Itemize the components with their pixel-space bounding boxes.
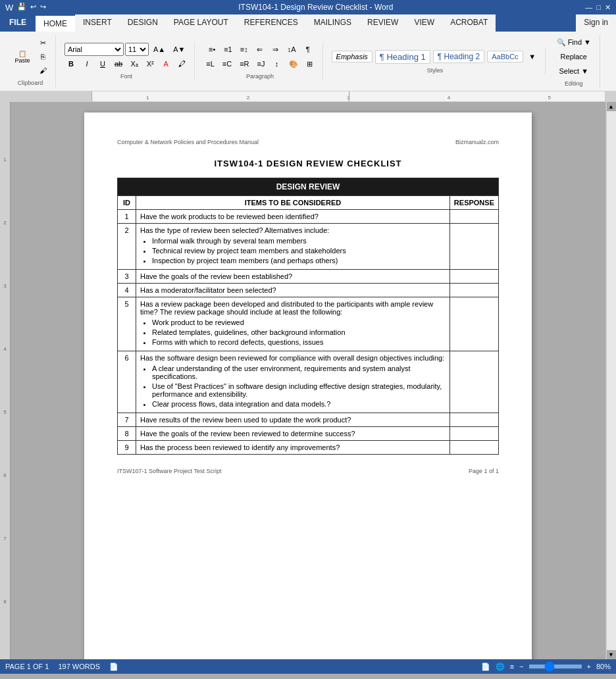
- table-row: 7Have results of the review been used to…: [118, 413, 499, 427]
- zoom-out-button[interactable]: −: [519, 663, 523, 670]
- tab-insert[interactable]: INSERT: [75, 14, 120, 32]
- shading-button[interactable]: 🎨: [286, 57, 301, 70]
- styles-label: Styles: [427, 67, 444, 74]
- table-title: DESIGN REVIEW: [118, 178, 499, 196]
- styles-expand-button[interactable]: ▼: [525, 50, 540, 63]
- align-right-button[interactable]: ≡R: [236, 57, 252, 70]
- style-heading1[interactable]: ¶ Heading 1: [375, 50, 430, 64]
- row-response[interactable]: [449, 297, 498, 351]
- row-response[interactable]: [449, 224, 498, 270]
- clipboard-label: Clipboard: [18, 80, 43, 86]
- clipboard-group: 📋 Paste ✂ ⎘ 🖌 Clipboard: [5, 35, 56, 88]
- copy-button[interactable]: ⎘: [36, 50, 50, 63]
- paste-button[interactable]: 📋 Paste: [11, 39, 34, 74]
- row-bullets: A clear understanding of the user enviro…: [152, 365, 446, 408]
- font-family-select[interactable]: Arial: [64, 43, 124, 56]
- quick-access-undo[interactable]: ↩: [30, 3, 36, 13]
- status-right: 📄 🌐 ≡ − + 80%: [481, 663, 611, 671]
- tab-file[interactable]: FILE: [0, 14, 36, 32]
- quick-access-redo[interactable]: ↪: [40, 3, 46, 13]
- grow-font-button[interactable]: A▲: [150, 43, 168, 56]
- borders-button[interactable]: ⊞: [303, 57, 317, 70]
- format-painter-button[interactable]: 🖌: [36, 64, 50, 77]
- subscript-button[interactable]: X₂: [127, 57, 141, 70]
- multilevel-list-button[interactable]: ≡↕: [237, 43, 251, 56]
- style-heading3[interactable]: AaBbCc: [487, 51, 523, 63]
- copy-icon: ⎘: [41, 53, 45, 61]
- line-spacing-button[interactable]: ↕: [270, 57, 284, 70]
- justify-button[interactable]: ≡J: [254, 57, 269, 70]
- page-area[interactable]: Computer & Network Policies and Procedur…: [11, 102, 605, 659]
- find-button[interactable]: 🔍 Find ▼: [553, 36, 594, 49]
- bullet-item: Technical review by project team members…: [152, 247, 446, 255]
- row-response[interactable]: [449, 270, 498, 284]
- tab-view[interactable]: VIEW: [406, 14, 442, 32]
- table-row: 4Has a moderator/facilitator been select…: [118, 284, 499, 297]
- maximize-button[interactable]: □: [596, 3, 601, 12]
- decrease-indent-button[interactable]: ⇐: [253, 43, 267, 56]
- row-id: 9: [118, 441, 136, 455]
- row-response[interactable]: [449, 441, 498, 455]
- col-header-id: ID: [118, 196, 136, 210]
- page-title: ITSW104-1 DESIGN REVIEW CHECKLIST: [117, 159, 499, 168]
- row-response[interactable]: [449, 427, 498, 441]
- close-button[interactable]: ✕: [605, 3, 611, 12]
- row-id: 2: [118, 224, 136, 270]
- tab-home[interactable]: HOME: [36, 14, 75, 32]
- row-bullets: Informal walk through by several team me…: [152, 237, 446, 264]
- row-bullets: Work product to be reviewedRelated templ…: [152, 318, 446, 346]
- row-response[interactable]: [449, 284, 498, 297]
- table-row: 2Has the type of review been selected? A…: [118, 224, 499, 270]
- zoom-level[interactable]: 80%: [596, 663, 611, 670]
- view-web-button[interactable]: 🌐: [496, 663, 505, 671]
- bullets-button[interactable]: ≡•: [205, 43, 219, 56]
- row-response[interactable]: [449, 413, 498, 427]
- superscript-button[interactable]: X²: [143, 57, 157, 70]
- view-outline-button[interactable]: ≡: [510, 663, 514, 670]
- paragraph-label: Paragraph: [246, 73, 274, 80]
- editing-label: Editing: [565, 80, 583, 87]
- highlight-button[interactable]: 🖍: [174, 57, 189, 70]
- cut-button[interactable]: ✂: [36, 36, 50, 49]
- bullet-item: Clear process flows, data integration an…: [152, 400, 446, 408]
- style-emphasis[interactable]: Emphasis: [332, 51, 372, 63]
- select-button[interactable]: Select ▼: [556, 64, 592, 78]
- row-items: Have the goals of the review been review…: [136, 427, 450, 441]
- track-changes-icon[interactable]: 📄: [109, 663, 118, 671]
- tab-mailings[interactable]: MAILINGS: [306, 14, 359, 32]
- increase-indent-button[interactable]: ⇒: [269, 43, 283, 56]
- status-left: PAGE 1 OF 1 197 WORDS 📄: [5, 663, 118, 671]
- sign-in-button[interactable]: Sign in: [576, 14, 616, 32]
- row-id: 6: [118, 351, 136, 413]
- minimize-button[interactable]: —: [585, 3, 592, 12]
- right-scrollbar[interactable]: ▲ ▼: [605, 102, 616, 659]
- tab-review[interactable]: REVIEW: [359, 14, 406, 32]
- style-heading2[interactable]: ¶ Heading 2: [433, 50, 485, 63]
- quick-access-save[interactable]: 💾: [17, 3, 26, 13]
- shrink-font-button[interactable]: A▼: [170, 43, 188, 56]
- show-formatting-button[interactable]: ¶: [301, 43, 315, 56]
- replace-button[interactable]: Replace: [557, 50, 590, 63]
- row-response[interactable]: [449, 210, 498, 224]
- sort-button[interactable]: ↕A: [284, 43, 299, 56]
- tab-page-layout[interactable]: PAGE LAYOUT: [166, 14, 236, 32]
- row-response[interactable]: [449, 351, 498, 413]
- zoom-in-button[interactable]: +: [587, 663, 591, 670]
- align-center-button[interactable]: ≡C: [219, 57, 235, 70]
- underline-button[interactable]: U: [95, 57, 110, 70]
- font-color-button[interactable]: A: [159, 57, 173, 70]
- table-row: 8Have the goals of the review been revie…: [118, 427, 499, 441]
- zoom-slider[interactable]: [529, 665, 582, 668]
- numbering-button[interactable]: ≡1: [220, 43, 236, 56]
- tab-references[interactable]: REFERENCES: [236, 14, 306, 32]
- view-print-button[interactable]: 📄: [481, 663, 490, 671]
- tab-acrobat[interactable]: ACROBAT: [442, 14, 496, 32]
- align-left-button[interactable]: ≡L: [203, 57, 218, 70]
- row-items: Has the process been reviewed to identif…: [136, 441, 450, 455]
- bold-button[interactable]: B: [64, 57, 78, 70]
- font-label: Font: [120, 73, 132, 80]
- font-size-select[interactable]: 11 12: [125, 43, 149, 56]
- strikethrough-button[interactable]: ab: [111, 57, 126, 70]
- tab-design[interactable]: DESIGN: [120, 14, 166, 32]
- italic-button[interactable]: I: [80, 57, 94, 70]
